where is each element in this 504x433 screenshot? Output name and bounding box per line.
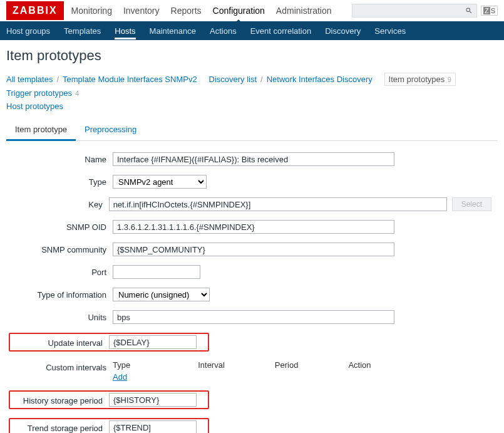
- logo[interactable]: ZABBIX: [6, 1, 64, 20]
- label-custom-intervals: Custom intervals: [13, 360, 113, 372]
- subnav-hosts[interactable]: Hosts: [115, 23, 135, 39]
- input-history-storage[interactable]: [109, 393, 197, 407]
- label-update-interval: Update interval: [11, 337, 109, 348]
- input-units[interactable]: [113, 310, 394, 324]
- select-type-of-info[interactable]: Numeric (unsigned): [113, 288, 210, 301]
- search-icon: [465, 7, 473, 14]
- bc-sep: /: [56, 75, 59, 84]
- input-port[interactable]: [113, 265, 200, 279]
- label-snmp-oid: SNMP OID: [13, 220, 113, 232]
- input-trend-storage[interactable]: [109, 420, 197, 433]
- subnav-event-correlation[interactable]: Event correlation: [250, 23, 312, 39]
- tab-preprocessing[interactable]: Preprocessing: [76, 120, 145, 140]
- bc-host-prototypes[interactable]: Host prototypes: [6, 102, 63, 111]
- label-port: Port: [13, 265, 113, 277]
- topnav-configuration[interactable]: Configuration: [213, 1, 265, 21]
- topnav-reports[interactable]: Reports: [171, 1, 202, 21]
- input-snmp-oid[interactable]: [113, 220, 394, 234]
- bc-trigger-prototypes[interactable]: Trigger prototypes: [6, 88, 72, 98]
- top-nav: Monitoring Inventory Reports Configurati…: [71, 1, 352, 21]
- subnav-services[interactable]: Services: [374, 23, 406, 39]
- label-trend-storage: Trend storage period: [11, 422, 109, 433]
- subnav-discovery[interactable]: Discovery: [325, 23, 361, 39]
- tabs: Item prototype Preprocessing: [6, 120, 498, 141]
- breadcrumb: All templates / Template Module Interfac…: [6, 73, 498, 98]
- bc-sep: /: [260, 75, 263, 84]
- bc-discovery-list[interactable]: Discovery list: [209, 75, 257, 84]
- select-type[interactable]: SNMPv2 agent: [113, 175, 207, 189]
- sub-nav: Host groups Templates Hosts Maintenance …: [0, 21, 504, 40]
- link-add-interval[interactable]: Add: [113, 372, 127, 382]
- page-title: Item prototypes: [6, 48, 498, 64]
- subnav-templates[interactable]: Templates: [64, 23, 101, 39]
- bc-network-interfaces[interactable]: Network Interfaces Discovery: [267, 75, 373, 84]
- bc-template-module[interactable]: Template Module Interfaces SNMPv2: [63, 75, 197, 84]
- label-snmp-community: SNMP community: [13, 243, 113, 254]
- topnav-inventory[interactable]: Inventory: [123, 1, 160, 21]
- label-type: Type: [13, 175, 113, 187]
- label-type-of-info: Type of information: [13, 288, 113, 300]
- input-update-interval[interactable]: [109, 335, 197, 349]
- bc-all-templates[interactable]: All templates: [6, 75, 53, 84]
- custom-intervals-header: Type Interval Period Action: [113, 360, 491, 370]
- subnav-host-groups[interactable]: Host groups: [6, 23, 50, 39]
- label-name: Name: [13, 152, 113, 164]
- input-snmp-community[interactable]: [113, 243, 394, 256]
- topnav-administration[interactable]: Administration: [276, 1, 332, 21]
- subnav-maintenance[interactable]: Maintenance: [150, 23, 196, 39]
- input-name[interactable]: [113, 152, 394, 166]
- input-key[interactable]: [109, 197, 447, 211]
- tab-item-prototype[interactable]: Item prototype: [6, 120, 76, 141]
- bc-trigger-count: 4: [75, 90, 79, 97]
- bc-current: Item prototypes 9: [384, 73, 456, 86]
- label-key: Key: [13, 197, 109, 209]
- label-units: Units: [13, 310, 113, 322]
- zs-badge[interactable]: ZS: [481, 6, 498, 16]
- label-history-storage: History storage period: [11, 395, 109, 405]
- button-select-key: Select: [452, 197, 491, 211]
- subnav-actions[interactable]: Actions: [210, 23, 237, 39]
- topnav-monitoring[interactable]: Monitoring: [71, 1, 112, 21]
- search-input[interactable]: [352, 4, 477, 18]
